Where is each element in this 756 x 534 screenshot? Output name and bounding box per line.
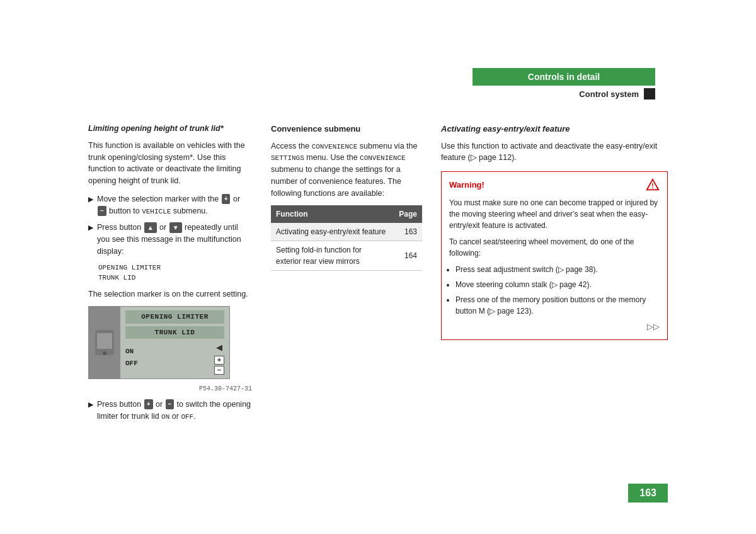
- table-row: Setting fold-in function for exterior re…: [271, 241, 422, 271]
- right-section-title: Activating easy-entry/exit feature: [441, 123, 668, 135]
- page-container: Controls in detail Control system Limiti…: [0, 0, 756, 534]
- convenience-table: Function Page Activating easy-entry/exit…: [271, 205, 422, 271]
- table-col2-header: Page: [394, 205, 422, 223]
- display-text-lines: OPENING LIMITER TRUNK LID: [98, 263, 252, 283]
- bullet-arrow-3: ▶: [88, 399, 93, 410]
- selection-marker-text: The selection marker is on the current s…: [88, 288, 252, 300]
- header-title: Controls in detail: [472, 68, 655, 86]
- table-row-2-page: 164: [394, 241, 422, 271]
- arrow-indicator: ◀: [216, 341, 222, 354]
- nav-up-button-icon: ▲: [144, 222, 157, 233]
- plus-button-icon: +: [222, 194, 231, 204]
- display-on-off: ON OFF: [125, 346, 138, 370]
- table-row-1-function: Activating easy-entry/exit feature: [271, 223, 394, 241]
- mid-section-title: Convenience submenu: [271, 123, 422, 135]
- svg-point-2: [103, 351, 106, 355]
- main-content: Limiting opening height of trunk lid* Th…: [88, 123, 668, 484]
- vehicle-mono: VEHICLE: [142, 208, 171, 215]
- left-section-title: Limiting opening height of trunk lid*: [88, 123, 252, 135]
- warning-label: Warning!: [449, 179, 484, 191]
- bullet-arrow-1: ▶: [88, 194, 93, 205]
- convenience-mono-1: CONVENIENCE: [312, 143, 358, 151]
- mid-intro-text: Access the CONVENIENCE submenu via the S…: [271, 140, 422, 200]
- nav-down-button-icon: ▼: [169, 222, 182, 233]
- warning-para-1: You must make sure no one can become tra…: [449, 197, 660, 231]
- nav-arrows: ▷▷: [449, 321, 660, 333]
- header-bar: Controls in detail Control system: [472, 68, 655, 102]
- convenience-mono-2: CONVENIENCE: [360, 154, 406, 162]
- warning-triangle-icon: !: [646, 178, 660, 192]
- table-row-2-function: Setting fold-in function for exterior re…: [271, 241, 394, 271]
- right-column: Activating easy-entry/exit feature Use t…: [441, 123, 668, 484]
- display-rows-area: ON OFF ◀ + –: [125, 341, 224, 375]
- table-row: Activating easy-entry/exit feature 163: [271, 223, 422, 241]
- warning-body: You must make sure no one can become tra…: [449, 197, 660, 317]
- plus-minus-controls: + –: [214, 356, 224, 375]
- display-plus-btn: +: [214, 356, 224, 365]
- table-row-1-page: 163: [394, 223, 422, 241]
- display-left-graphic: [89, 307, 120, 378]
- table-col1-header: Function: [271, 205, 394, 223]
- display-content-area: OPENING LIMITER TRUNK LID ON OFF ◀ + –: [120, 307, 229, 378]
- left-intro-text: This function is available on vehicles w…: [88, 140, 252, 187]
- header-black-square: [644, 88, 655, 99]
- bullet-1-text: Move the selection marker with the + or …: [97, 193, 252, 217]
- right-intro-text: Use this function to activate and deacti…: [441, 140, 668, 164]
- warning-bullet-3: Press one of the memory position buttons…: [455, 294, 660, 317]
- bullet-3: ▶ Press button + or – to switch the open…: [88, 399, 252, 423]
- display-title-line-2: TRUNK LID: [125, 326, 224, 339]
- warning-box: Warning! ! You must make sure no one can…: [441, 171, 668, 340]
- on-mono: ON: [161, 413, 169, 421]
- display-line-1: OPENING LIMITER: [98, 263, 252, 273]
- display-screen-image: OPENING LIMITER TRUNK LID ON OFF ◀ + –: [88, 306, 230, 379]
- warning-para-2: To cancel seat/steering wheel movement, …: [449, 236, 660, 259]
- display-line-2: TRUNK LID: [98, 273, 252, 283]
- mid-column: Convenience submenu Access the CONVENIEN…: [271, 123, 422, 484]
- display-minus-btn: –: [214, 366, 224, 375]
- display-title-line-1: OPENING LIMITER: [125, 310, 224, 324]
- svg-text:!: !: [651, 183, 653, 190]
- bullet-arrow-2: ▶: [88, 222, 93, 233]
- warning-bullet-2: Move steering column stalk (▷ page 42).: [455, 279, 660, 290]
- minus-button-icon: –: [98, 206, 106, 216]
- header-subtitle: Control system: [579, 89, 639, 99]
- warning-bullets: Press seat adjustment switch (▷ page 38)…: [455, 264, 660, 317]
- bullet-1: ▶ Move the selection marker with the + o…: [88, 193, 252, 217]
- part-number: P54.30-7427-31: [88, 384, 252, 394]
- bullet-2: ▶ Press button ▲ or ▼ repeatedly until y…: [88, 222, 252, 257]
- display-on: ON: [125, 346, 138, 357]
- minus-btn-3: –: [166, 399, 175, 409]
- warning-bullet-1: Press seat adjustment switch (▷ page 38)…: [455, 264, 660, 275]
- bullet-3-text: Press button + or – to switch the openin…: [97, 399, 252, 423]
- settings-mono: SETTINGS: [271, 154, 304, 162]
- display-off: OFF: [125, 358, 138, 369]
- left-column: Limiting opening height of trunk lid* Th…: [88, 123, 252, 484]
- warning-title-row: Warning! !: [449, 178, 660, 192]
- svg-rect-1: [97, 333, 112, 349]
- off-mono: OFF: [181, 413, 193, 421]
- bullet-2-text: Press button ▲ or ▼ repeatedly until you…: [97, 222, 252, 257]
- page-number-box: 163: [628, 484, 668, 503]
- header-subtitle-box: Control system: [472, 86, 655, 102]
- display-arrow-indicator: ◀ + –: [214, 341, 224, 375]
- plus-btn-3: +: [144, 399, 153, 409]
